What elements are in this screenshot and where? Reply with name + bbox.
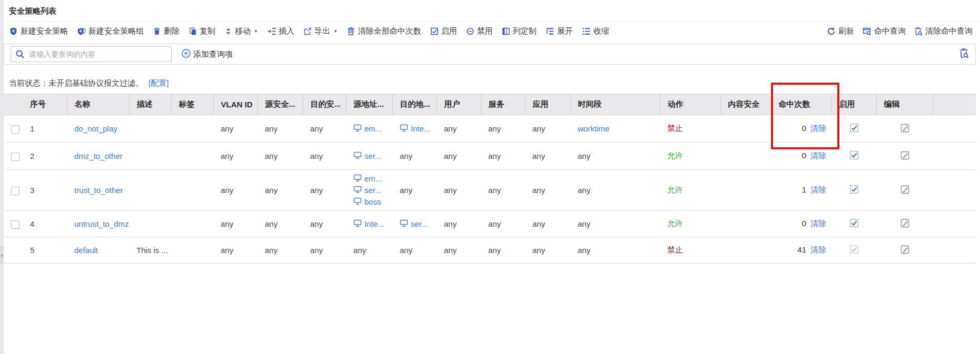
src-address-cell: em... ser... boss xyxy=(346,170,392,211)
left-panel-strip xyxy=(0,0,4,354)
address-link[interactable]: Inte... xyxy=(364,219,384,228)
address-link[interactable]: Inte... xyxy=(411,124,431,133)
edit-button[interactable] xyxy=(900,187,910,196)
copy-button[interactable]: 复制 xyxy=(189,26,215,36)
svg-text:00: 00 xyxy=(349,30,353,34)
list-icon xyxy=(582,27,591,36)
collapse-button[interactable]: 收缩 xyxy=(582,26,609,36)
hit-query-button[interactable]: 命中查询 xyxy=(862,26,906,36)
clear-hits-link[interactable]: 清除 xyxy=(810,124,826,133)
hit-count-cell: 1清除 xyxy=(771,170,831,211)
application-cell: any xyxy=(525,211,570,237)
user-cell: any xyxy=(437,211,481,237)
seq-cell: 4 xyxy=(23,211,67,237)
filler-cell xyxy=(933,115,976,143)
description-cell xyxy=(129,143,171,170)
policy-name-link[interactable]: do_not_play xyxy=(74,124,117,133)
time-range-cell: any xyxy=(570,143,660,170)
address-link[interactable]: boss xyxy=(364,197,381,206)
user-cell: any xyxy=(437,115,481,143)
application-cell: any xyxy=(525,170,570,211)
address-link[interactable]: ser... xyxy=(364,186,382,195)
time-range-cell: any xyxy=(570,237,660,264)
columns-icon xyxy=(502,27,510,36)
configure-link[interactable]: [配置] xyxy=(149,78,169,88)
column-customize-button[interactable]: 列定制 xyxy=(502,26,537,36)
policy-name-link[interactable]: default xyxy=(74,246,98,255)
clear-query-icon-button[interactable] xyxy=(958,48,969,60)
src-address-cell: ser... xyxy=(346,143,392,170)
clear-all-hits-button[interactable]: 00 清除全部命中次数 xyxy=(347,26,421,36)
dst-zone-cell: any xyxy=(303,237,346,264)
row-checkbox[interactable] xyxy=(11,187,19,195)
edit-button[interactable] xyxy=(900,153,910,162)
src-address-cell: any xyxy=(346,237,392,264)
row-checkbox[interactable] xyxy=(11,125,19,134)
clear-hits-link[interactable]: 清除 xyxy=(810,219,826,228)
service-cell: any xyxy=(481,115,525,143)
host-monitor-icon xyxy=(353,219,362,229)
enable-checkbox-disabled xyxy=(849,247,859,256)
address-link[interactable]: em... xyxy=(364,124,382,133)
new-policy-group-button[interactable]: 新建安全策略组 xyxy=(77,26,144,36)
move-button[interactable]: 移动▼ xyxy=(224,26,258,36)
description-cell xyxy=(129,115,171,143)
shield-plus-group-icon xyxy=(77,27,86,36)
edit-button[interactable] xyxy=(900,247,910,256)
hit-count-cell: 0清除 xyxy=(771,143,831,170)
row-checkbox[interactable] xyxy=(11,153,19,161)
address-link[interactable]: em... xyxy=(364,174,382,183)
export-button[interactable]: 导出▼ xyxy=(303,26,338,36)
action-cell: 允许 xyxy=(660,211,720,237)
vlan-cell: any xyxy=(213,237,258,264)
enable-checkbox[interactable] xyxy=(849,187,859,196)
time-range-link[interactable]: worktime xyxy=(578,124,609,133)
disable-button[interactable]: 禁用 xyxy=(466,26,493,36)
search-input[interactable] xyxy=(11,46,172,62)
row-checkbox[interactable] xyxy=(11,220,19,229)
policy-name-link[interactable]: untrust_to_dmz xyxy=(74,219,128,228)
policy-name-link[interactable]: dmz_to_other xyxy=(74,151,123,160)
new-policy-button[interactable]: 新建安全策略 xyxy=(9,26,68,36)
header-select xyxy=(4,94,23,115)
edit-button[interactable] xyxy=(900,126,910,135)
header-enable: 启用 xyxy=(831,94,876,115)
time-range-cell: worktime xyxy=(570,115,660,143)
add-query-item-button[interactable]: 添加查询项 xyxy=(181,48,233,60)
tag-cell xyxy=(171,170,213,211)
search-box xyxy=(11,46,172,62)
tag-cell xyxy=(171,211,213,237)
clear-hits-link[interactable]: 清除 xyxy=(810,245,826,254)
content-security-cell xyxy=(720,211,771,237)
status-text: 当前状态：未开启基础协议报文过滤。 xyxy=(9,78,143,88)
clear-hits-link[interactable]: 清除 xyxy=(810,185,826,194)
edit-button[interactable] xyxy=(900,221,910,230)
enable-checkbox[interactable] xyxy=(849,125,859,134)
time-range-cell: any xyxy=(570,170,660,211)
enable-checkbox[interactable] xyxy=(849,220,859,229)
enable-button[interactable]: 启用 xyxy=(430,26,457,36)
policy-name-link[interactable]: trust_to_other xyxy=(74,186,123,195)
address-link[interactable]: ser... xyxy=(364,151,382,160)
hit-count-cell: 0清除 xyxy=(771,115,831,143)
header-dst-zone: 目的安... xyxy=(303,94,346,115)
panel-collapse-handle[interactable]: ◂ xyxy=(0,246,4,264)
dst-zone-cell: any xyxy=(303,211,346,237)
expand-button[interactable]: 展开 xyxy=(546,26,573,36)
clear-hits-link[interactable]: 清除 xyxy=(810,151,826,160)
export-icon xyxy=(303,27,312,36)
delete-button[interactable]: 删除 xyxy=(153,26,180,36)
clear-hit-query-button[interactable]: 清除命中查询 xyxy=(914,26,973,36)
vlan-cell: any xyxy=(213,143,258,170)
host-monitor-icon xyxy=(400,219,408,229)
insert-button[interactable]: 插入 xyxy=(267,26,294,36)
header-edit: 编辑 xyxy=(876,94,933,115)
address-link[interactable]: ser... xyxy=(411,219,428,228)
refresh-button[interactable]: 刷新 xyxy=(827,26,854,36)
service-cell: any xyxy=(481,211,525,237)
dropdown-caret-icon: ▼ xyxy=(254,29,258,34)
content-security-cell xyxy=(720,115,771,143)
host-monitor-icon xyxy=(353,124,362,134)
header-time-range: 时间段 xyxy=(570,94,660,115)
enable-checkbox[interactable] xyxy=(849,153,859,161)
